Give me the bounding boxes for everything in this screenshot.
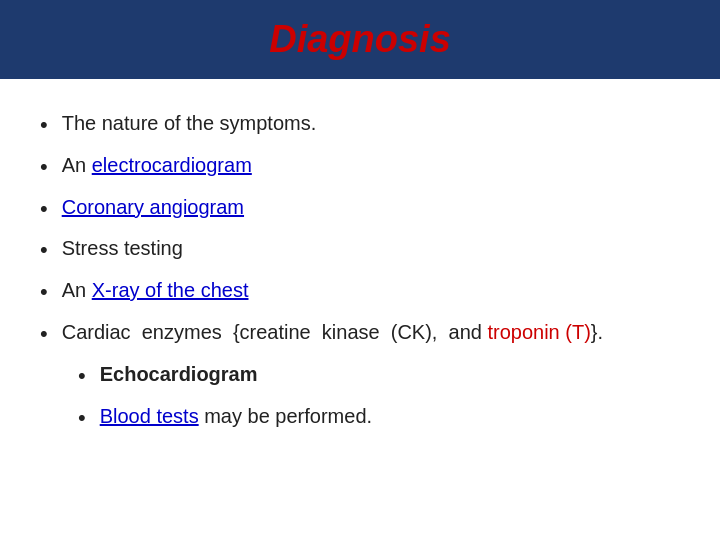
list-item: An electrocardiogram [40, 151, 680, 183]
header-banner: Diagnosis [0, 0, 720, 79]
bullet-text: Coronary angiogram [62, 193, 244, 221]
content-area: The nature of the symptoms. An electroca… [0, 99, 720, 540]
list-item: An X-ray of the chest [40, 276, 680, 308]
bullet-list: The nature of the symptoms. An electroca… [40, 109, 680, 433]
bullet-text: Stress testing [62, 234, 183, 262]
troponin-text: troponin (T) [487, 318, 590, 346]
xray-chest-link[interactable]: X-ray of the chest [92, 279, 249, 301]
list-item: Echocardiogram [78, 360, 680, 392]
echocardiogram-text: Echocardiogram [100, 360, 258, 388]
bullet-text: An X-ray of the chest [62, 276, 249, 304]
list-item: Cardiac enzymes {creatine kinase (CK), a… [40, 318, 680, 350]
list-item: Blood tests may be performed. [78, 402, 680, 434]
slide-title: Diagnosis [30, 18, 690, 61]
coronary-angiogram-link[interactable]: Coronary angiogram [62, 196, 244, 218]
bullet-text: Blood tests may be performed. [100, 402, 372, 430]
bullet-text: An electrocardiogram [62, 151, 252, 179]
bullet-text: Cardiac enzymes {creatine kinase (CK), a… [62, 318, 603, 346]
blood-tests-link[interactable]: Blood tests [100, 405, 199, 427]
list-item: The nature of the symptoms. [40, 109, 680, 141]
cardiac-line: Cardiac enzymes {creatine kinase (CK), a… [62, 318, 603, 346]
bullet-text: The nature of the symptoms. [62, 109, 317, 137]
electrocardiogram-link[interactable]: electrocardiogram [92, 154, 252, 176]
list-item: Stress testing [40, 234, 680, 266]
list-item: Coronary angiogram [40, 193, 680, 225]
slide: Diagnosis The nature of the symptoms. An… [0, 0, 720, 540]
